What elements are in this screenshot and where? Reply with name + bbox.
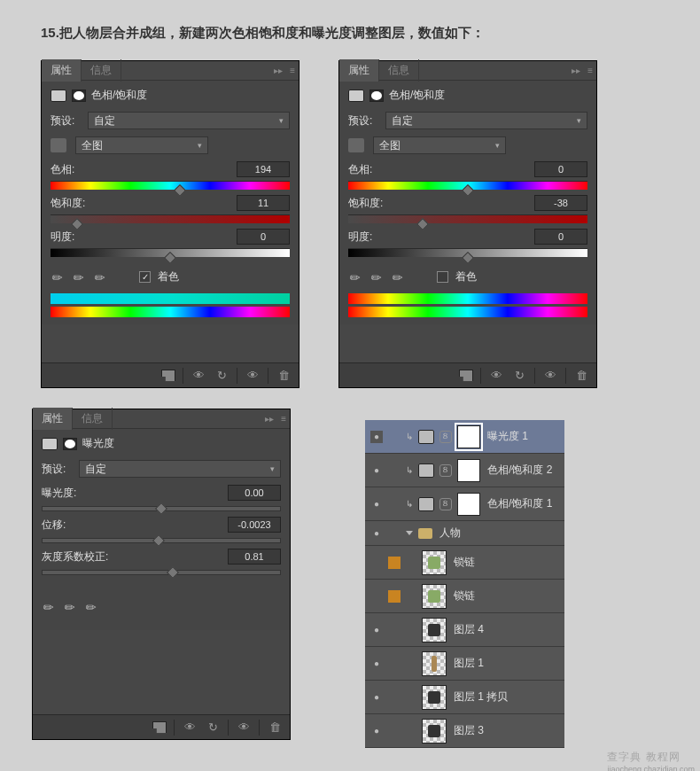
layer-thumb[interactable] — [422, 618, 447, 642]
link-icon[interactable] — [439, 431, 452, 443]
collapse-icon[interactable]: ▸▸ — [261, 414, 277, 424]
preset-select[interactable]: 自定▾ — [385, 112, 587, 129]
exposure-slider[interactable] — [42, 506, 281, 511]
sat-slider[interactable] — [51, 214, 290, 223]
layer-row[interactable]: 图层 1 — [365, 647, 564, 681]
scrubby-icon[interactable] — [51, 138, 66, 152]
clip-to-layer-icon[interactable] — [161, 370, 175, 382]
layer-name[interactable]: 色相/饱和度 1 — [487, 496, 552, 511]
preset-select[interactable]: 自定▾ — [79, 460, 281, 478]
layer-thumb[interactable] — [422, 719, 447, 744]
tab-info[interactable]: 信息 — [379, 59, 419, 82]
visibility-toggle[interactable] — [370, 431, 383, 443]
offset-slider[interactable] — [42, 538, 281, 543]
trash-icon[interactable]: 🗑 — [573, 369, 589, 383]
eyedropper-plus-icon[interactable]: ✎ — [367, 267, 387, 287]
visibility-icon[interactable]: 👁 — [236, 720, 252, 735]
tab-properties[interactable]: 属性 — [339, 59, 379, 82]
layer-mask-thumb[interactable] — [457, 459, 480, 482]
visibility-toggle[interactable] — [370, 557, 383, 569]
gray-point-eyedropper-icon[interactable]: ✎ — [60, 597, 81, 618]
mask-icon[interactable] — [63, 438, 77, 450]
light-slider[interactable] — [51, 248, 290, 257]
gamma-slider[interactable] — [42, 570, 281, 575]
layer-name[interactable]: 色相/饱和度 2 — [487, 463, 552, 478]
eyedropper-plus-icon[interactable]: ✎ — [69, 267, 89, 287]
layer-name[interactable]: 图层 3 — [454, 723, 484, 738]
layer-row[interactable]: 图层 1 拷贝 — [365, 681, 564, 714]
black-point-eyedropper-icon[interactable]: ✎ — [39, 597, 59, 618]
layer-color-tag[interactable] — [388, 590, 401, 603]
visibility-toggle[interactable] — [370, 691, 383, 704]
sat-value[interactable]: 11 — [237, 195, 290, 211]
eyedropper-minus-icon[interactable]: ✎ — [388, 267, 408, 287]
layer-row[interactable]: 锁链 — [365, 546, 564, 580]
layer-name[interactable]: 图层 1 拷贝 — [454, 689, 508, 705]
gamma-value[interactable]: 0.81 — [228, 549, 281, 565]
trash-icon[interactable]: 🗑 — [276, 369, 292, 383]
mask-icon[interactable] — [369, 90, 384, 102]
link-icon[interactable] — [439, 498, 452, 510]
layer-name[interactable]: 锁链 — [454, 588, 475, 604]
layer-name[interactable]: 人物 — [439, 526, 461, 541]
visibility-toggle[interactable] — [370, 725, 383, 737]
reset-icon[interactable]: ↻ — [205, 720, 221, 735]
reset-icon[interactable]: ↻ — [511, 369, 527, 383]
layer-row[interactable]: 锁链 — [365, 580, 564, 613]
tab-info[interactable]: 信息 — [82, 59, 121, 82]
expand-toggle-icon[interactable] — [406, 531, 413, 535]
layer-row[interactable]: ↳ 曝光度 1 — [365, 420, 564, 454]
layer-row[interactable]: ↳ 色相/饱和度 1 — [365, 487, 564, 521]
hue-slider[interactable] — [348, 181, 587, 190]
eyedropper-minus-icon[interactable]: ✎ — [90, 267, 111, 287]
layer-name[interactable]: 图层 4 — [454, 622, 484, 637]
collapse-icon[interactable]: ▸▸ — [568, 66, 584, 75]
tab-properties[interactable]: 属性 — [42, 59, 82, 82]
layer-thumb[interactable] — [422, 550, 447, 575]
visibility-toggle[interactable] — [370, 498, 383, 510]
visibility-toggle[interactable] — [370, 527, 383, 540]
layer-group-row[interactable]: 人物 — [365, 521, 564, 546]
light-value[interactable]: 0 — [534, 229, 587, 245]
layer-color-tag[interactable] — [388, 557, 401, 569]
hue-slider[interactable] — [51, 181, 290, 190]
layer-thumb[interactable] — [422, 651, 447, 676]
hue-value[interactable]: 194 — [237, 161, 290, 177]
colorize-checkbox[interactable]: ✓ — [139, 271, 151, 283]
layer-row[interactable]: 图层 4 — [365, 613, 564, 647]
layer-thumb[interactable] — [422, 584, 447, 609]
layer-mask-thumb[interactable] — [457, 493, 480, 516]
sat-value[interactable]: -38 — [534, 195, 587, 211]
layer-thumb[interactable] — [422, 685, 447, 710]
visibility-icon[interactable]: 👁 — [542, 369, 558, 383]
view-previous-icon[interactable]: 👁 — [488, 369, 504, 383]
tab-properties[interactable]: 属性 — [33, 408, 73, 430]
sat-slider[interactable] — [348, 214, 587, 223]
light-value[interactable]: 0 — [237, 229, 290, 245]
channel-select[interactable]: 全图▾ — [75, 136, 208, 154]
offset-value[interactable]: -0.0023 — [228, 517, 281, 533]
scrubby-icon[interactable] — [348, 138, 364, 152]
clip-to-layer-icon[interactable] — [459, 370, 473, 382]
visibility-toggle[interactable] — [370, 624, 383, 636]
view-previous-icon[interactable]: 👁 — [191, 369, 206, 383]
layer-name[interactable]: 曝光度 1 — [487, 429, 528, 444]
eyedropper-icon[interactable]: ✎ — [48, 267, 68, 287]
channel-select[interactable]: 全图▾ — [373, 136, 506, 154]
visibility-toggle[interactable] — [370, 590, 383, 603]
visibility-icon[interactable]: 👁 — [245, 369, 261, 383]
layer-mask-thumb[interactable] — [457, 425, 480, 448]
tab-info[interactable]: 信息 — [73, 408, 113, 430]
light-slider[interactable] — [348, 248, 587, 257]
collapse-icon[interactable]: ▸▸ — [270, 66, 286, 75]
layer-row[interactable]: ↳ 色相/饱和度 2 — [365, 454, 564, 487]
menu-icon[interactable]: ≡ — [584, 66, 596, 75]
layer-row[interactable]: 图层 3 — [365, 714, 564, 748]
visibility-toggle[interactable] — [370, 464, 383, 477]
mask-icon[interactable] — [72, 90, 86, 102]
white-point-eyedropper-icon[interactable]: ✎ — [82, 597, 102, 618]
menu-icon[interactable]: ≡ — [286, 66, 299, 75]
visibility-toggle[interactable] — [370, 658, 383, 670]
colorize-checkbox[interactable] — [437, 271, 448, 283]
preset-select[interactable]: 自定▾ — [88, 112, 290, 129]
